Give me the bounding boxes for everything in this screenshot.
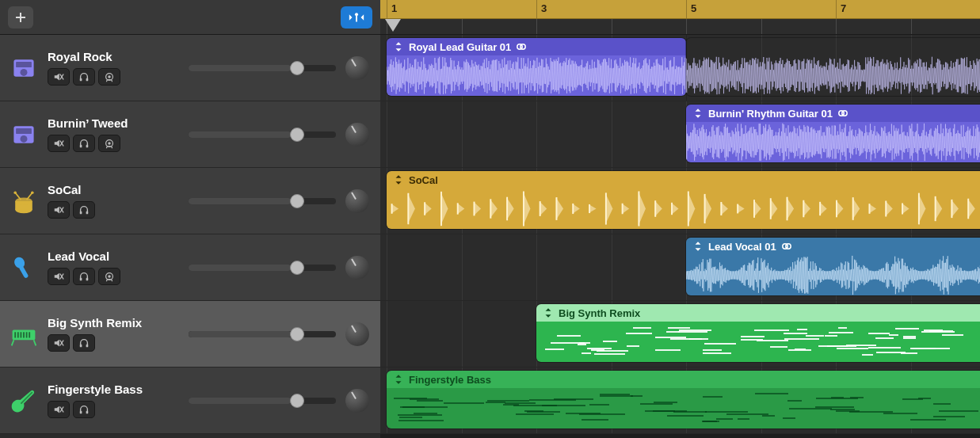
mic-icon [0, 253, 48, 282]
svg-point-31 [13, 255, 27, 270]
svg-point-22 [15, 197, 32, 204]
volume-slider[interactable] [189, 398, 336, 404]
svg-rect-3 [16, 61, 32, 67]
bar-tick: 1 [387, 0, 397, 18]
track-row[interactable]: Big Synth Remix [0, 301, 380, 368]
region-label: Burnin' Rhythm Guitar 01 [708, 108, 833, 120]
amp-icon [0, 120, 48, 149]
tracks-panel: Royal Rock Burnin’ Tweed SoCal [0, 0, 380, 438]
updown-icon [393, 174, 404, 185]
track-row[interactable]: Lead Vocal [0, 234, 380, 301]
headphones-button[interactable] [73, 135, 95, 152]
lane[interactable]: Fingerstyle Bass [380, 368, 980, 434]
synth-icon [0, 320, 48, 348]
lane[interactable]: Burnin' Rhythm Guitar 01 [380, 101, 980, 168]
svg-rect-29 [80, 211, 82, 215]
region[interactable]: SoCal [387, 171, 980, 229]
volume-slider[interactable] [189, 131, 336, 138]
pan-knob[interactable] [345, 389, 369, 413]
region-label: Royal Lead Guitar 01 [409, 41, 511, 53]
timeline[interactable]: 1357 Royal Lead Guitar 01 Burnin' Rhythm… [380, 0, 980, 438]
catch-playhead-button[interactable] [341, 6, 372, 29]
track-name: Lead Vocal [48, 249, 182, 263]
input-button[interactable] [98, 135, 120, 152]
arrangement-lanes: Royal Lead Guitar 01 Burnin' Rhythm Guit… [380, 35, 980, 438]
updown-icon [692, 108, 704, 119]
volume-slider[interactable] [189, 198, 336, 204]
updown-icon [692, 241, 704, 252]
mute-button[interactable] [48, 135, 70, 152]
region[interactable]: Royal Lead Guitar 01 [387, 38, 686, 96]
mute-button[interactable] [48, 401, 70, 418]
headphones-button[interactable] [73, 68, 95, 86]
beat-ruler[interactable] [380, 19, 980, 35]
mute-button[interactable] [48, 201, 70, 219]
svg-rect-56 [86, 411, 89, 414]
region[interactable]: Fingerstyle Bass [387, 371, 980, 428]
region-label: Fingerstyle Bass [409, 374, 491, 386]
svg-line-46 [12, 340, 14, 345]
region-label: SoCal [409, 174, 438, 186]
svg-rect-41 [17, 332, 19, 337]
track-row[interactable]: Burnin’ Tweed [0, 101, 380, 168]
headphones-button[interactable] [73, 334, 95, 352]
mute-button[interactable] [48, 334, 70, 352]
svg-point-60 [842, 111, 847, 116]
svg-rect-44 [26, 332, 28, 337]
track-row[interactable]: Royal Rock [0, 35, 380, 101]
svg-rect-16 [80, 145, 82, 148]
svg-rect-42 [21, 332, 22, 337]
headphones-button[interactable] [73, 401, 95, 418]
updown-icon [393, 374, 404, 385]
svg-point-99 [786, 244, 791, 249]
track-row[interactable]: Fingerstyle Bass [0, 368, 380, 434]
pan-knob[interactable] [345, 322, 369, 346]
svg-rect-35 [80, 278, 82, 281]
region[interactable] [686, 38, 980, 96]
headphones-button[interactable] [73, 268, 95, 285]
region[interactable]: Big Synth Remix [536, 304, 980, 362]
loop-icon [837, 108, 848, 119]
headphones-button[interactable] [73, 201, 95, 219]
mute-button[interactable] [48, 68, 70, 86]
track-name: Royal Rock [48, 50, 182, 63]
svg-point-10 [108, 75, 111, 78]
bar-tick: 3 [536, 0, 547, 18]
mute-button[interactable] [48, 268, 70, 285]
track-row[interactable]: SoCal [0, 168, 380, 234]
volume-slider[interactable] [189, 331, 336, 337]
playhead[interactable] [385, 19, 401, 32]
lane[interactable]: Big Synth Remix [380, 301, 980, 368]
pan-knob[interactable] [345, 123, 369, 147]
updown-icon [393, 41, 404, 52]
svg-point-19 [108, 142, 111, 145]
loop-icon [781, 241, 792, 252]
svg-rect-55 [80, 411, 82, 414]
svg-point-13 [21, 135, 28, 142]
svg-point-38 [108, 275, 111, 278]
lane[interactable]: Lead Vocal 01 [380, 234, 980, 301]
add-track-button[interactable] [8, 6, 33, 29]
track-name: Big Synth Remix [48, 316, 182, 329]
pan-knob[interactable] [345, 256, 369, 280]
pan-knob[interactable] [345, 56, 369, 80]
lane[interactable]: SoCal [380, 168, 980, 234]
svg-line-47 [34, 340, 36, 345]
input-button[interactable] [98, 68, 120, 86]
track-name: Burnin’ Tweed [48, 116, 182, 130]
catch-icon [348, 11, 365, 24]
region[interactable]: Burnin' Rhythm Guitar 01 [686, 105, 980, 162]
region[interactable]: Lead Vocal 01 [686, 238, 980, 295]
svg-rect-40 [14, 332, 16, 337]
svg-rect-12 [16, 128, 32, 133]
volume-slider[interactable] [189, 65, 336, 71]
svg-rect-30 [86, 211, 89, 215]
lane[interactable]: Royal Lead Guitar 01 [380, 35, 980, 101]
loop-icon [516, 41, 527, 52]
input-button[interactable] [98, 268, 120, 285]
svg-point-4 [21, 68, 28, 75]
volume-slider[interactable] [189, 265, 336, 271]
pan-knob[interactable] [345, 189, 369, 213]
svg-rect-51 [86, 345, 89, 348]
bar-ruler[interactable]: 1357 [380, 0, 980, 19]
